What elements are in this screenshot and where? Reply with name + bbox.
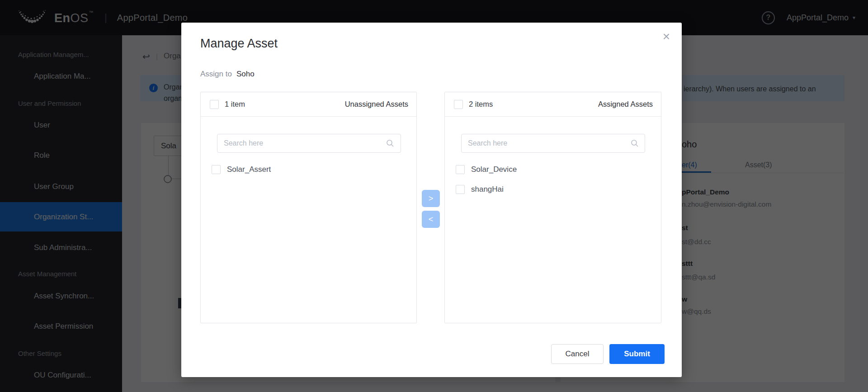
assigned-search-input[interactable] — [461, 134, 645, 153]
modal-title: Manage Asset — [200, 37, 278, 51]
item-checkbox[interactable] — [456, 165, 465, 174]
unassigned-item-solar-assert[interactable]: Solar_Assert — [201, 160, 416, 179]
assign-to-row: Assign toSoho — [200, 70, 255, 79]
move-to-assigned-button[interactable]: > — [422, 190, 440, 207]
assign-to-label: Assign to — [200, 70, 232, 78]
unassigned-panel-header: 1 item Unassigned Assets — [201, 92, 416, 117]
select-all-assigned-checkbox[interactable] — [454, 100, 463, 109]
select-all-unassigned-checkbox[interactable] — [210, 100, 219, 109]
search-icon — [630, 139, 639, 148]
item-label: Solar_Device — [471, 165, 517, 174]
manage-asset-modal: Manage Asset × Assign toSoho 1 item Unas… — [181, 23, 682, 377]
assigned-panel-title: Assigned Assets — [598, 100, 653, 109]
assigned-item-shanghai[interactable]: shangHai — [445, 179, 661, 199]
item-checkbox[interactable] — [212, 165, 221, 174]
cancel-button[interactable]: Cancel — [551, 344, 604, 364]
unassigned-panel-title: Unassigned Assets — [345, 100, 408, 109]
assigned-count: 2 items — [469, 100, 598, 109]
submit-button[interactable]: Submit — [609, 344, 665, 364]
unassigned-search-input[interactable] — [217, 134, 401, 153]
assigned-item-solar-device[interactable]: Solar_Device — [445, 160, 661, 179]
search-icon — [386, 139, 395, 148]
unassigned-count: 1 item — [225, 100, 345, 109]
assign-to-value: Soho — [236, 70, 255, 78]
assigned-panel-header: 2 items Assigned Assets — [445, 92, 661, 117]
item-label: Solar_Assert — [227, 165, 271, 174]
assigned-assets-panel: 2 items Assigned Assets Solar_Device sha… — [444, 92, 661, 323]
move-to-unassigned-button[interactable]: < — [422, 211, 440, 228]
item-label: shangHai — [471, 185, 504, 194]
close-icon[interactable]: × — [663, 30, 670, 43]
item-checkbox[interactable] — [456, 185, 465, 194]
app-root: EnOS™ | AppPortal_Demo ? AppPortal_Demo … — [0, 0, 868, 392]
unassigned-assets-panel: 1 item Unassigned Assets Solar_Assert — [200, 92, 417, 323]
